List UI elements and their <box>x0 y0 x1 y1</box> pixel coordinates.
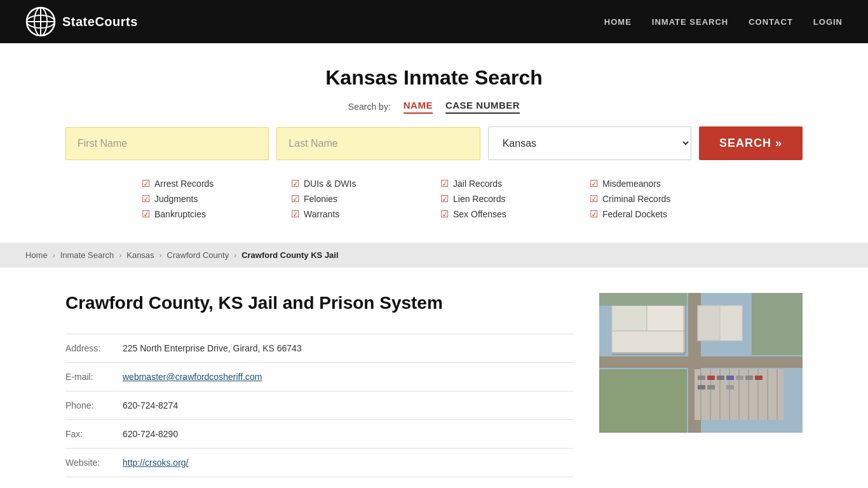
check-label-criminal: Criminal Records <box>602 194 670 204</box>
search-by-label: Search by: <box>348 102 391 112</box>
breadcrumb-sep-3: › <box>159 251 162 260</box>
info-table: Address: 225 North Enterprise Drive, Gir… <box>65 334 574 477</box>
checkbox-icon-warrants: ☑ <box>291 208 299 220</box>
search-button[interactable]: SEARCH » <box>699 126 803 160</box>
check-lien-records: ☑ Lien Records <box>440 193 577 205</box>
search-card: Kansas Inmate Search Search by: NAME CAS… <box>65 66 803 220</box>
nav-contact[interactable]: CONTACT <box>749 17 793 27</box>
svg-rect-25 <box>599 293 687 306</box>
checkbox-icon-criminal: ☑ <box>590 193 598 205</box>
check-criminal-records: ☑ Criminal Records <box>590 193 726 205</box>
check-label-judgments: Judgments <box>154 194 198 204</box>
first-name-input[interactable] <box>65 127 269 160</box>
svg-rect-29 <box>717 376 724 380</box>
state-select[interactable]: Kansas <box>488 126 691 160</box>
email-link[interactable]: webmaster@crawfordcosheriff.com <box>123 372 262 382</box>
fax-row: Fax: 620-724-8290 <box>65 420 574 449</box>
address-value: 225 North Enterprise Drive, Girard, KS 6… <box>123 334 574 363</box>
content-right <box>599 293 803 435</box>
svg-rect-38 <box>683 306 686 353</box>
content-inner: Crawford County, KS Jail and Prison Syst… <box>65 293 803 477</box>
jail-title: Crawford County, KS Jail and Prison Syst… <box>65 293 574 313</box>
svg-rect-30 <box>726 376 734 380</box>
svg-rect-32 <box>745 376 753 380</box>
email-row: E-mail: webmaster@crawfordcosheriff.com <box>65 363 574 391</box>
fax-label: Fax: <box>65 420 123 449</box>
check-sex-offenses: ☑ Sex Offenses <box>440 208 577 220</box>
check-arrest-records: ☑ Arrest Records <box>142 178 278 189</box>
svg-rect-37 <box>612 352 685 355</box>
website-label: Website: <box>65 449 123 477</box>
breadcrumb-home[interactable]: Home <box>25 250 48 260</box>
checkbox-icon-misdemeanors: ☑ <box>590 178 598 189</box>
address-label: Address: <box>65 334 123 363</box>
svg-rect-19 <box>612 306 647 331</box>
svg-rect-26 <box>752 293 803 355</box>
nav-login[interactable]: LOGIN <box>813 17 843 27</box>
address-row: Address: 225 North Enterprise Drive, Gir… <box>65 334 574 363</box>
svg-rect-28 <box>707 376 715 380</box>
check-bankruptcies: ☑ Bankruptcies <box>142 208 278 220</box>
tab-case-number[interactable]: CASE NUMBER <box>445 100 520 114</box>
checkbox-icon-felonies: ☑ <box>291 193 299 205</box>
phone-value: 620-724-8274 <box>123 391 574 420</box>
search-title: Kansas Inmate Search <box>65 66 803 90</box>
check-misdemeanors: ☑ Misdemeanors <box>590 178 726 189</box>
checkbox-icon-duis: ☑ <box>291 178 299 189</box>
svg-rect-20 <box>647 306 685 331</box>
check-warrants: ☑ Warrants <box>291 208 428 220</box>
check-label-misdemeanors: Misdemeanors <box>602 179 661 189</box>
check-felonies: ☑ Felonies <box>291 193 428 205</box>
logo-area[interactable]: StateCourts <box>25 6 138 37</box>
check-label-felonies: Felonies <box>304 194 337 204</box>
svg-rect-27 <box>698 376 705 380</box>
checks-grid: ☑ Arrest Records ☑ DUIs & DWIs ☑ Jail Re… <box>142 178 726 220</box>
logo-text: StateCourts <box>62 15 138 29</box>
breadcrumb-kansas[interactable]: Kansas <box>126 250 154 260</box>
svg-rect-33 <box>755 376 763 380</box>
breadcrumb-crawford-county[interactable]: Crawford County <box>167 250 229 260</box>
svg-rect-23 <box>698 306 720 341</box>
website-link[interactable]: http://crsoks.org/ <box>123 458 188 468</box>
tab-name[interactable]: NAME <box>403 100 433 114</box>
svg-rect-36 <box>726 385 734 390</box>
email-label: E-mail: <box>65 363 123 391</box>
check-jail-records: ☑ Jail Records <box>440 178 577 189</box>
check-label-bankruptcies: Bankruptcies <box>154 209 206 219</box>
phone-row: Phone: 620-724-8274 <box>65 391 574 420</box>
search-card-wrapper: Kansas Inmate Search Search by: NAME CAS… <box>0 43 868 243</box>
nav-home[interactable]: HOME <box>604 17 632 27</box>
check-federal-dockets: ☑ Federal Dockets <box>590 208 726 220</box>
check-duis-dwis: ☑ DUIs & DWIs <box>291 178 428 189</box>
website-row: Website: http://crsoks.org/ <box>65 449 574 477</box>
search-inputs: Kansas SEARCH » <box>65 126 803 160</box>
search-by-row: Search by: NAME CASE NUMBER <box>65 100 803 114</box>
check-label-sex-offenses: Sex Offenses <box>453 209 506 219</box>
breadcrumb-inmate-search[interactable]: Inmate Search <box>60 250 114 260</box>
svg-rect-34 <box>698 385 705 390</box>
check-label-jail: Jail Records <box>453 179 502 189</box>
phone-label: Phone: <box>65 391 123 420</box>
checkbox-icon-bankruptcies: ☑ <box>142 208 150 220</box>
breadcrumb-sep-2: › <box>119 251 121 260</box>
checkbox-icon-federal: ☑ <box>590 208 598 220</box>
aerial-photo <box>599 293 803 433</box>
check-label-duis: DUIs & DWIs <box>304 179 356 189</box>
check-label-arrest: Arrest Records <box>154 179 214 189</box>
website-value: http://crsoks.org/ <box>123 449 574 477</box>
svg-rect-21 <box>612 331 685 353</box>
check-label-federal: Federal Dockets <box>602 209 667 219</box>
check-judgments: ☑ Judgments <box>142 193 278 205</box>
svg-rect-31 <box>736 376 743 380</box>
email-value: webmaster@crawfordcosheriff.com <box>123 363 574 391</box>
checkbox-icon-lien: ☑ <box>440 193 449 205</box>
nav-inmate-search[interactable]: INMATE SEARCH <box>652 17 728 27</box>
breadcrumb-sep-4: › <box>234 251 236 260</box>
svg-rect-24 <box>599 369 687 433</box>
content-section: Crawford County, KS Jail and Prison Syst… <box>0 268 868 488</box>
checkbox-icon-judgments: ☑ <box>142 193 150 205</box>
site-header: StateCourts HOME INMATE SEARCH CONTACT L… <box>0 0 868 43</box>
last-name-input[interactable] <box>276 127 480 160</box>
checkbox-icon-arrest: ☑ <box>142 178 150 189</box>
check-label-lien: Lien Records <box>453 194 506 204</box>
